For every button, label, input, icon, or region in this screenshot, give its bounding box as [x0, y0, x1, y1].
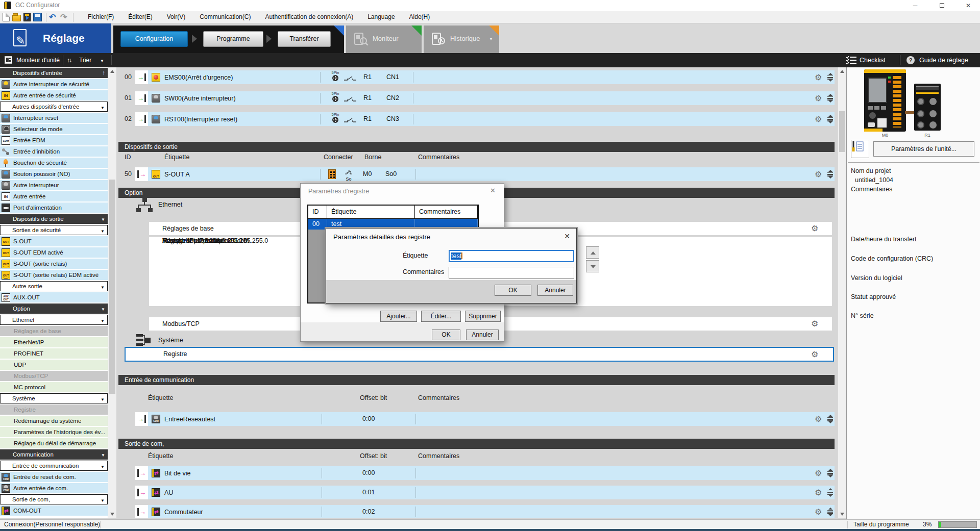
sort-button[interactable]: Trier — [79, 53, 91, 67]
scroll-down-icon[interactable] — [840, 513, 844, 516]
ok-button[interactable]: OK — [495, 285, 531, 296]
drag-handle-icon[interactable] — [827, 115, 834, 123]
menu-item[interactable]: Communication(C) — [192, 11, 258, 23]
sidebar-item[interactable]: COM-OUT — [0, 505, 108, 516]
sidebar-item[interactable]: Modbus/TCP — [0, 371, 108, 381]
row-bar[interactable]: Bit de vie 0:00 — [135, 466, 835, 480]
sidebar-item[interactable]: Registre — [0, 404, 108, 415]
sidebar-item[interactable]: S-OUT (sortie relais) — [0, 259, 108, 269]
sidebar-item[interactable]: Redémarrage du système — [0, 416, 108, 426]
scroll-down-icon[interactable] — [110, 513, 114, 516]
sidebar-item[interactable]: S-OUT (sortie relais) EDM activé — [0, 270, 108, 280]
ok-button[interactable]: OK — [432, 330, 460, 340]
sidebar-item[interactable]: UDP — [0, 360, 108, 370]
cancel-button[interactable]: Annuler — [537, 285, 573, 296]
sidebar-item[interactable]: Dispositifs de sortie — [0, 214, 108, 224]
minimize-button[interactable]: ─ — [903, 0, 927, 11]
sidebar-item[interactable]: Entrée de communication — [0, 461, 108, 471]
sidebar-item[interactable]: Autre entrée de com. — [0, 483, 108, 493]
tab-programme[interactable]: Programme — [203, 31, 263, 47]
row-bar[interactable]: EMS00(Arrêt d'urgence) 5Pin R1 CN1 — [135, 70, 835, 84]
drag-handle-icon[interactable] — [827, 73, 834, 82]
sidebar-item[interactable]: Communication — [0, 449, 108, 460]
sidebar-item[interactable]: Port d'alimentation — [0, 203, 108, 213]
gear-icon[interactable] — [815, 508, 823, 516]
close-icon[interactable]: ✕ — [490, 187, 496, 194]
sidebar-item[interactable]: Bouchon de sécurité — [0, 158, 108, 168]
row-bar[interactable]: S-OUT A So M0 So0 — [135, 167, 835, 181]
sidebar-item[interactable]: Entrée d'inhibition — [0, 146, 108, 157]
sidebar-item[interactable]: Sorties de sécurité — [0, 225, 108, 235]
maximize-button[interactable] — [930, 0, 953, 11]
unit-monitor-button[interactable]: Moniteur d'unité — [16, 53, 60, 67]
move-up-button[interactable] — [586, 246, 599, 259]
sidebar-item[interactable]: Entrée EDM — [0, 135, 108, 145]
gear-icon[interactable] — [815, 94, 823, 103]
unit-parameters-button[interactable]: Paramètres de l'unité... — [873, 141, 974, 157]
menu-item[interactable]: Éditer(E) — [121, 11, 159, 23]
scrollbar-thumb[interactable] — [109, 180, 115, 394]
sidebar-item[interactable]: Autre sortie — [0, 281, 108, 291]
redo-icon[interactable] — [60, 13, 69, 21]
table-row[interactable]: AU 0:01 — [118, 486, 835, 499]
row-bar[interactable]: EntreeReseautest 0:00 — [135, 412, 835, 426]
table-row[interactable]: Bit de vie 0:00 — [118, 466, 835, 480]
undo-icon[interactable] — [49, 13, 58, 21]
sidebar-item[interactable]: Autres dispositifs d'entrée — [0, 102, 108, 112]
chevron-down-icon[interactable]: ▼ — [100, 59, 104, 63]
new-file-icon[interactable] — [3, 13, 10, 21]
unit-tools-button[interactable] — [851, 140, 869, 158]
tab-checklist[interactable]: Checklist — [860, 53, 886, 67]
drag-handle-icon[interactable] — [827, 170, 834, 179]
table-row[interactable]: 00 EMS00(Arrêt d'urgence) 5Pin R1 CN1 — [118, 70, 835, 84]
open-folder-icon[interactable] — [12, 15, 21, 21]
row-bar[interactable]: AU 0:01 — [135, 486, 835, 499]
menu-item[interactable]: Aide(H) — [402, 11, 437, 23]
sidebar-item[interactable]: Option — [0, 304, 108, 314]
table-row[interactable]: Commutateur 0:02 — [118, 505, 835, 518]
drag-handle-icon[interactable] — [827, 469, 834, 477]
sidebar-item[interactable]: Bouton poussoir (NO) — [0, 169, 108, 179]
drag-handle-icon[interactable] — [827, 94, 834, 103]
sidebar-item[interactable]: Sortie de com, — [0, 494, 108, 504]
sidebar-item[interactable]: Autre interrupteur — [0, 180, 108, 190]
scroll-up-icon[interactable] — [840, 70, 844, 73]
sidebar-item[interactable]: AUX-OUT — [0, 292, 108, 302]
table-row[interactable]: 50 S-OUT A So M0 So0 — [118, 167, 835, 181]
tab-transferer[interactable]: Transférer — [278, 31, 331, 47]
sidebar-item[interactable]: Réglage du délai de démarrage — [0, 438, 108, 448]
gear-icon[interactable] — [811, 319, 820, 328]
gear-icon[interactable] — [811, 350, 820, 359]
close-icon[interactable]: ✕ — [564, 232, 570, 240]
sidebar-item[interactable]: Réglages de base — [0, 326, 108, 336]
sidebar-item[interactable]: EtherNet/IP — [0, 337, 108, 347]
menu-item[interactable]: Authentification de connexion(A) — [258, 11, 360, 23]
write-unit-icon[interactable] — [23, 13, 31, 21]
gear-icon[interactable] — [815, 488, 823, 497]
gear-icon[interactable] — [815, 170, 823, 179]
delete-button[interactable]: Supprimer — [465, 311, 501, 322]
sidebar-item[interactable]: Paramètres de l'historique des év... — [0, 427, 108, 437]
gear-icon[interactable] — [815, 415, 823, 423]
menu-item[interactable]: Language — [360, 11, 402, 23]
gear-icon[interactable] — [811, 224, 820, 233]
sidebar-item[interactable]: PROFINET — [0, 348, 108, 359]
drag-handle-icon[interactable] — [827, 508, 834, 516]
row-bar[interactable]: Commutateur 0:02 — [135, 505, 835, 518]
row-bar[interactable]: RST00(Interrupteur reset) 5Pin R1 CN3 — [135, 112, 835, 126]
move-down-button[interactable] — [586, 260, 599, 272]
drag-handle-icon[interactable] — [827, 415, 834, 423]
gear-icon[interactable] — [815, 469, 823, 477]
gear-icon[interactable] — [815, 73, 823, 82]
sidebar-item[interactable]: Sélecteur de mode — [0, 124, 108, 134]
menu-item[interactable]: Voir(V) — [160, 11, 193, 23]
label-input[interactable]: test — [449, 250, 574, 262]
tab-historique[interactable]: Historique ▼ — [424, 26, 499, 53]
table-row[interactable]: 02 RST00(Interrupteur reset) 5Pin R1 CN3 — [118, 112, 835, 126]
add-button[interactable]: Ajouter... — [380, 311, 417, 322]
sidebar-item[interactable]: Interrupteur reset — [0, 113, 108, 123]
sidebar-item[interactable]: Entrée de reset de com. — [0, 472, 108, 482]
sidebar-item[interactable]: Autre entrée — [0, 191, 108, 201]
sidebar-item[interactable]: Système — [0, 393, 108, 403]
sidebar-item[interactable]: MC protocol — [0, 382, 108, 392]
